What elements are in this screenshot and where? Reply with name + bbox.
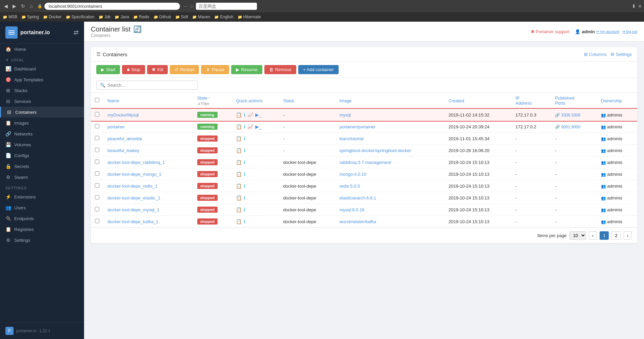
sidebar-item-secrets[interactable]: 🔒 Secrets: [0, 161, 84, 172]
image-link[interactable]: mysql:8.0.16: [339, 207, 364, 212]
search-input[interactable]: [107, 83, 194, 88]
page-2-button[interactable]: 2: [611, 231, 621, 240]
bookmark-github[interactable]: 📁 Github: [154, 15, 171, 19]
console-icon[interactable]: ▶_: [255, 124, 262, 129]
image-link[interactable]: mongo:4.0.10: [339, 172, 366, 177]
sidebar-item-containers[interactable]: ⊟ Containers: [0, 107, 84, 118]
sidebar-item-apptemplates[interactable]: 🎯 App Templates: [0, 74, 84, 85]
bookmark-english[interactable]: 📁 English: [214, 15, 233, 19]
sidebar-item-settings[interactable]: ⚙ Settings: [0, 235, 84, 246]
row-checkbox[interactable]: [95, 183, 99, 188]
next-page-button[interactable]: ›: [624, 231, 632, 240]
copy-icon[interactable]: 📋: [236, 136, 242, 141]
row-checkbox[interactable]: [95, 136, 99, 140]
sidebar-item-configs[interactable]: 📄 Configs: [0, 150, 84, 161]
resume-button[interactable]: ▶ Resume: [231, 65, 262, 74]
copy-icon[interactable]: 📋: [236, 219, 242, 224]
page-1-button[interactable]: 1: [600, 231, 609, 240]
info-icon[interactable]: ℹ: [244, 124, 245, 129]
bookmark-specification[interactable]: 📁 Specification: [66, 15, 95, 19]
start-button[interactable]: ▶ Start: [96, 65, 120, 74]
bookmark-spring[interactable]: 📁 Spring: [21, 15, 39, 19]
portainer-support-link[interactable]: ✖ Portainer support: [531, 29, 570, 34]
image-link[interactable]: redis:5.0.5: [339, 184, 360, 189]
bookmark-soft[interactable]: 📁 Soft: [175, 15, 188, 19]
info-icon[interactable]: ℹ: [244, 148, 245, 153]
container-name-link[interactable]: portainer: [107, 124, 125, 129]
my-account-link[interactable]: ✏ my account: [596, 29, 619, 34]
copy-icon[interactable]: 📋: [236, 148, 242, 153]
sidebar-item-swarm[interactable]: ⚙ Swarm: [0, 172, 84, 183]
bookmark-java[interactable]: 📁 Java: [115, 15, 129, 19]
info-icon[interactable]: ℹ: [244, 195, 245, 200]
image-link[interactable]: mysql: [339, 112, 351, 118]
copy-icon[interactable]: 📋: [236, 195, 242, 200]
console-icon[interactable]: ▶_: [255, 112, 262, 118]
refresh-button[interactable]: ↻: [20, 3, 26, 9]
refresh-icon[interactable]: 🔄: [133, 25, 142, 33]
bookmark-redis[interactable]: 📁 Redis: [133, 15, 149, 19]
image-link[interactable]: portainer/portainer: [339, 124, 375, 129]
copy-icon[interactable]: 📋: [236, 124, 242, 129]
row-checkbox[interactable]: [95, 171, 99, 176]
back-button[interactable]: ◀: [3, 3, 9, 9]
image-link[interactable]: learn/tutorial: [339, 136, 364, 141]
kill-button[interactable]: ✖ Kill: [147, 65, 168, 74]
container-name-link[interactable]: myDockerMysql: [107, 112, 139, 118]
pause-button[interactable]: ⏸ Pause: [201, 65, 229, 74]
container-name-link[interactable]: peaceful_almeida: [107, 136, 142, 141]
sidebar-item-users[interactable]: 👥 Users: [0, 202, 84, 213]
settings-panel-button[interactable]: ⚙ Settings: [610, 52, 632, 57]
stats-icon[interactable]: 📈: [247, 124, 253, 129]
row-checkbox[interactable]: [95, 195, 99, 199]
sidebar-item-stacks[interactable]: ⊞ Stacks: [0, 85, 84, 96]
sidebar-item-registries[interactable]: 📋 Registries: [0, 224, 84, 235]
image-link[interactable]: springboot-docker/springboot-docker: [339, 148, 411, 153]
info-icon[interactable]: ℹ: [244, 136, 245, 141]
home-button[interactable]: ⌂: [28, 3, 34, 9]
image-link[interactable]: rabbitmq:3.7-management: [339, 160, 391, 165]
container-name-link[interactable]: docker-tool-depe_elastic_1: [107, 195, 160, 200]
copy-icon[interactable]: 📋: [236, 171, 242, 177]
port-link[interactable]: 🔗 3306:3306: [555, 113, 580, 118]
sidebar-item-images[interactable]: 📋 Images: [0, 118, 84, 128]
image-link[interactable]: elasticsearch:6.8.1: [339, 195, 376, 200]
browser-search-input[interactable]: [196, 3, 257, 10]
container-name-link[interactable]: docker-tool-depe_rabbitmq_1: [107, 160, 165, 165]
info-icon[interactable]: ℹ: [244, 112, 245, 118]
row-checkbox[interactable]: [95, 219, 99, 223]
per-page-select[interactable]: 10 25 50: [569, 231, 586, 240]
row-checkbox[interactable]: [95, 148, 99, 152]
info-icon[interactable]: ℹ: [244, 171, 245, 177]
forward-button[interactable]: ▶: [11, 3, 18, 9]
info-icon[interactable]: ℹ: [244, 160, 245, 165]
row-checkbox[interactable]: [95, 160, 99, 164]
info-icon[interactable]: ℹ: [244, 183, 245, 189]
row-checkbox[interactable]: [95, 207, 99, 211]
columns-button[interactable]: ⊞ Columns: [584, 52, 606, 57]
info-icon[interactable]: ℹ: [244, 207, 245, 212]
copy-icon[interactable]: 📋: [236, 160, 242, 165]
select-all-checkbox[interactable]: [95, 98, 99, 102]
sidebar-item-networks[interactable]: 🔗 Networks: [0, 128, 84, 139]
sidebar-item-endpoints[interactable]: 🔌 Endpoints: [0, 213, 84, 224]
info-icon[interactable]: ℹ: [244, 219, 245, 224]
sidebar-item-services[interactable]: ⊟ Services: [0, 96, 84, 107]
copy-icon[interactable]: 📋: [236, 112, 242, 118]
port-link[interactable]: 🔗 9001:9000: [555, 125, 580, 129]
add-container-button[interactable]: + Add container: [298, 65, 339, 74]
sidebar-item-extensions[interactable]: ⚡ Extensions: [0, 191, 84, 202]
bookmark-msb[interactable]: 📁 MSB: [3, 15, 17, 19]
prev-page-button[interactable]: ‹: [589, 231, 597, 240]
copy-icon[interactable]: 📋: [236, 207, 242, 212]
row-checkbox[interactable]: [95, 112, 99, 116]
image-link[interactable]: wurstmeister/kafka: [339, 219, 376, 224]
container-name-link[interactable]: docker-tool-depe_redis_1: [107, 184, 157, 189]
row-checkbox[interactable]: [95, 124, 99, 128]
container-name-link[interactable]: docker-tool-depe_mysql_1: [107, 207, 159, 212]
container-name-link[interactable]: docker-tool-depe_mongo_1: [107, 172, 161, 177]
sidebar-item-dashboard[interactable]: 📊 Dashboard: [0, 63, 84, 74]
bookmark-jdk[interactable]: 📁 Jdk: [99, 15, 111, 19]
stats-icon[interactable]: 📈: [247, 112, 253, 118]
url-bar[interactable]: [44, 3, 180, 10]
